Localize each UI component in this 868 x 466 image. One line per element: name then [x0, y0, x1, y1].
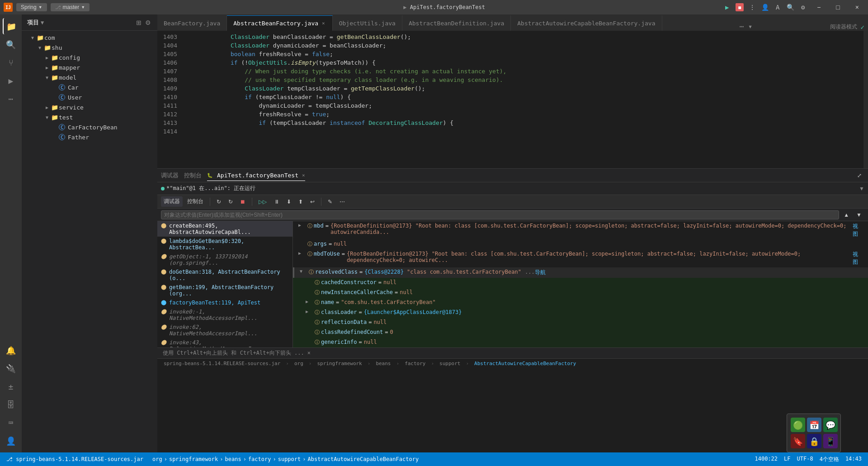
var-item-reflectiondata[interactable]: ⓘ reflectionData = null	[293, 318, 868, 328]
dbg-btn-restart[interactable]: ↻	[214, 197, 224, 206]
activity-explorer[interactable]: 📁	[3, 18, 19, 34]
code-content[interactable]: ClassLoader beanClassLoader = getBeanCla…	[181, 31, 863, 168]
mbdtouse-view-btn[interactable]: 视图	[853, 251, 863, 266]
dbg-btn-debugger[interactable]: 调试器	[161, 196, 183, 207]
activity-notifications[interactable]: 🔔	[3, 342, 19, 358]
filter-btn[interactable]: ▼	[859, 185, 864, 192]
activity-plugins[interactable]: 🔌	[3, 360, 19, 376]
dbg-btn-resume[interactable]: ▷▷	[256, 197, 269, 206]
var-item-args[interactable]: ⓘ args = null	[293, 239, 868, 249]
breadcrumb-springframework[interactable]: springframework	[314, 361, 364, 366]
tab-abstractbeanfactory[interactable]: AbstractBeanFactory.java ×	[227, 15, 332, 31]
activity-database[interactable]: 🗄	[3, 396, 19, 413]
tree-item-shu[interactable]: ▼ 📁 shu	[22, 43, 157, 52]
activity-search[interactable]: 🔍	[3, 36, 19, 52]
tab-abstractbeandefinition[interactable]: AbstractBeanDefinition.java	[402, 15, 511, 31]
breadcrumb-support[interactable]: support	[437, 361, 463, 366]
dbg-btn-pause[interactable]: ⏸	[271, 197, 282, 206]
resolvedclass-nav-btn[interactable]: 导航	[535, 269, 546, 276]
tab-overflow-btn[interactable]: ⋯ ▾	[736, 22, 756, 31]
dbg-btn-stepout[interactable]: ↩	[307, 197, 317, 206]
dbg-btn-edit[interactable]: ✎	[325, 197, 335, 206]
var-item-resolvedclass[interactable]: ▼ ⓘ resolvedClass = {Class@2228} "class …	[293, 267, 868, 278]
dbg-btn-restart2[interactable]: ↻	[226, 197, 236, 206]
activity-vcs[interactable]: ⑂	[3, 54, 19, 71]
panel-expand-btn[interactable]: ⤢	[854, 171, 864, 180]
run-icon[interactable]: ▶	[723, 3, 731, 11]
maximize-button[interactable]: □	[830, 0, 845, 14]
breadcrumb-class[interactable]: AbstractAutowireCapableBeanFactory	[472, 361, 579, 366]
taskbar-preview-icon-3[interactable]: 🔖	[791, 434, 805, 448]
taskbar-preview-icon-0[interactable]: 🟢	[791, 418, 805, 432]
breadcrumb-beans[interactable]: beans	[373, 361, 393, 366]
panel-tab-console[interactable]: 控制台	[184, 170, 202, 181]
var-item-mbd[interactable]: ▶ ⓘ mbd = {RootBeanDefinition@2173} "Roo…	[293, 221, 868, 239]
activity-bottom[interactable]: 👤	[3, 433, 19, 449]
nav-down-btn[interactable]: ▼	[854, 210, 864, 219]
status-branch[interactable]: ⎇ spring-beans-5.1.14.RELEASE-sources.ja…	[4, 456, 146, 462]
tree-item-com[interactable]: ▼ 📁 com	[22, 33, 157, 43]
user-icon[interactable]: 👤	[761, 3, 769, 11]
var-item-newinstancecallercache[interactable]: ⓘ newInstanceCallerCache = null	[293, 288, 868, 298]
call-stack-item-8[interactable]: ⬤ invoke:43, DelegatingMethodAccessorI..…	[157, 338, 292, 347]
tree-item-config[interactable]: ▶ 📁 config	[22, 52, 157, 62]
call-stack-item-2[interactable]: ⬤ getObject:-1, 1337192014 (org.springf.…	[157, 252, 292, 267]
tab-close-abstractbeanfactory[interactable]: ×	[321, 20, 326, 27]
var-item-cachedconstructor[interactable]: ⓘ cachedConstructor = null	[293, 278, 868, 288]
call-stack-item-7[interactable]: ⬤ invoke:62, NativeMethodAccessorImpl...	[157, 323, 292, 338]
tree-item-model[interactable]: ▼ 📁 model	[22, 72, 157, 82]
stop-icon[interactable]: ■	[736, 3, 744, 11]
settings-icon[interactable]: ⚙	[799, 3, 807, 11]
call-stack-item-6[interactable]: ⬤ invoke0:-1, NativeMethodAccessorImpl..…	[157, 307, 292, 323]
var-item-classloader[interactable]: ▶ ⓘ classLoader = {Launcher$AppClassLoad…	[293, 308, 868, 318]
branch-selector[interactable]: ⎇ master ▼	[51, 3, 90, 11]
mbd-view-btn[interactable]: 视图	[853, 223, 863, 238]
status-breadcrumb[interactable]: org › springframework › beans › factory …	[150, 456, 421, 462]
call-stack-item-1[interactable]: ⬤ lambda$doGetBean$0:320, AbstractBea...	[157, 237, 292, 252]
translate-icon[interactable]: A	[774, 3, 782, 11]
panel-tab-session[interactable]: 🐛 ApiTest.factoryBeanTest ×	[207, 170, 305, 181]
more-icon[interactable]: ⋮	[748, 3, 756, 11]
breadcrumb-jar[interactable]: spring-beans-5.1.14.RELEASE-sources.jar	[161, 361, 283, 366]
status-position[interactable]: 1400:22	[752, 456, 780, 463]
activity-terminal[interactable]: ⌨	[3, 414, 19, 431]
expression-input[interactable]	[161, 210, 839, 219]
dbg-btn-more[interactable]: ⋯	[337, 197, 348, 206]
call-stack-item-5[interactable]: ⬤ factoryBeanTest:119, ApiTest	[157, 298, 292, 307]
dbg-btn-stop[interactable]: ⏹	[237, 197, 248, 206]
taskbar-preview-icon-5[interactable]: 📱	[823, 434, 838, 448]
activity-git[interactable]: ±	[3, 378, 19, 395]
nav-up-btn[interactable]: ▲	[841, 210, 852, 219]
tree-item-service[interactable]: ▶ 📁 service	[22, 102, 157, 112]
breadcrumb-factory[interactable]: factory	[402, 361, 428, 366]
var-item-name[interactable]: ▶ ⓘ name = "com.shu.test.CarFactoryBean"	[293, 298, 868, 308]
close-button[interactable]: ×	[850, 0, 864, 14]
taskbar-preview-icon-4[interactable]: 🔒	[807, 434, 821, 448]
status-indent[interactable]: 4个空格	[817, 456, 842, 463]
tree-item-car[interactable]: ▶ C Car	[22, 82, 157, 92]
tab-objectutils[interactable]: ObjectUtils.java	[333, 15, 402, 31]
project-selector[interactable]: Spring ▼	[16, 3, 47, 11]
panel-tab-close[interactable]: ×	[302, 172, 305, 178]
taskbar-preview-icon-1[interactable]: 📅	[807, 418, 821, 432]
var-item-mbdtouse[interactable]: ▶ ⓘ mbdToUse = {RootBeanDefinition@2173}…	[293, 249, 868, 267]
dbg-btn-console[interactable]: 控制台	[184, 196, 206, 207]
status-encoding[interactable]: UTF-8	[794, 456, 816, 463]
sidebar-settings-btn[interactable]: ⚙	[144, 18, 152, 27]
tree-item-father[interactable]: ▶ C Father	[22, 132, 157, 142]
search-icon[interactable]: 🔍	[786, 3, 794, 11]
var-item-genericinfo[interactable]: ⓘ genericInfo = null	[293, 338, 868, 347]
tab-beanfactory[interactable]: BeanFactory.java	[157, 15, 227, 31]
var-item-classredefinedcount[interactable]: ⓘ classRedefinedCount = 0	[293, 328, 868, 338]
tree-item-mapper[interactable]: ▶ 📁 mapper	[22, 62, 157, 72]
tree-item-carfactorybean[interactable]: ▶ C CarFactoryBean	[22, 122, 157, 132]
activity-run-debug[interactable]: ▶	[3, 72, 19, 89]
taskbar-preview-icon-2[interactable]: 💬	[823, 418, 838, 432]
activity-extensions[interactable]: ⋯	[3, 90, 19, 107]
call-stack-item-3[interactable]: ⬤ doGetBean:318, AbstractBeanFactory (o.…	[157, 267, 292, 283]
sidebar-collapse-btn[interactable]: ⊞	[135, 18, 142, 27]
panel-tab-debugger[interactable]: 调试器	[161, 170, 179, 181]
tree-item-test[interactable]: ▼ 📁 test	[22, 112, 157, 122]
breadcrumb-org[interactable]: org	[292, 361, 306, 366]
minimize-button[interactable]: −	[811, 0, 826, 14]
